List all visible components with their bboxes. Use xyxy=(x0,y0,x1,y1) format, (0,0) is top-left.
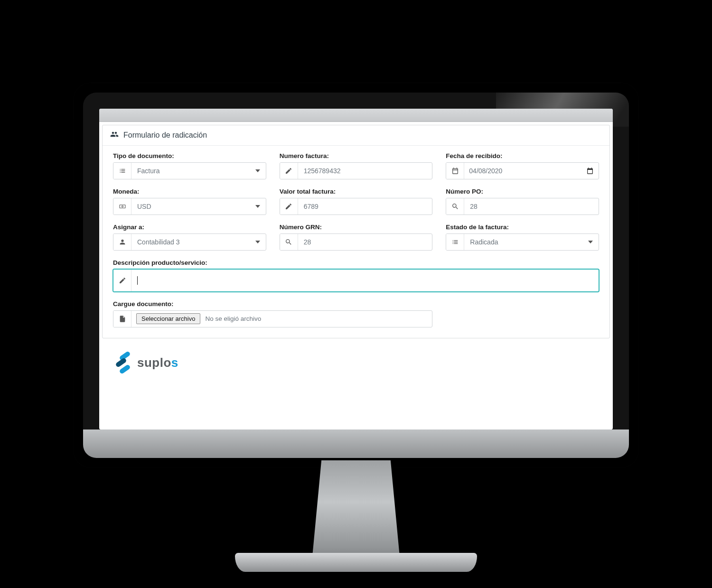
numero-factura-input[interactable] xyxy=(298,163,432,179)
text-cursor xyxy=(137,276,138,285)
calendar-picker-icon xyxy=(586,167,594,175)
field-moneda: Moneda: USD xyxy=(113,188,266,215)
fecha-recibido-value: 04/08/2020 xyxy=(469,167,502,175)
field-tipo-documento: Tipo de documento: Factura xyxy=(113,152,266,179)
list-icon xyxy=(113,163,131,179)
estado-factura-select[interactable]: Radicada xyxy=(464,234,599,250)
panel-title: Formulario de radicación xyxy=(123,131,207,140)
users-icon xyxy=(110,130,119,140)
monitor-frame: Formulario de radicación Tipo de documen… xyxy=(83,93,629,458)
browser-topbar xyxy=(99,109,613,122)
numero-grn-input[interactable] xyxy=(298,234,432,250)
label-tipo-documento: Tipo de documento: xyxy=(113,152,266,159)
calendar-icon xyxy=(446,163,464,179)
tipo-documento-select[interactable]: Factura xyxy=(131,163,266,179)
label-fecha-recibido: Fecha de recibido: xyxy=(446,152,599,159)
asignar-a-select[interactable]: Contabilidad 3 xyxy=(131,234,266,250)
pencil-icon xyxy=(113,270,131,291)
label-estado-factura: Estado de la factura: xyxy=(446,224,599,231)
moneda-select[interactable]: USD xyxy=(131,198,266,215)
svg-point-1 xyxy=(122,205,123,207)
numero-po-input[interactable] xyxy=(464,198,599,215)
label-valor-total: Valor total factura: xyxy=(280,188,433,195)
radicacion-panel: Formulario de radicación Tipo de documen… xyxy=(102,125,610,338)
label-asignar-a: Asignar a: xyxy=(113,224,266,231)
select-file-button[interactable]: Seleccionar archivo xyxy=(136,313,200,324)
panel-header: Formulario de radicación xyxy=(103,125,609,146)
brand-logo: suplos xyxy=(102,338,610,373)
field-estado-factura: Estado de la factura: Radicada xyxy=(446,224,599,251)
field-fecha-recibido: Fecha de recibido: 04/08/2020 xyxy=(446,152,599,179)
file-icon xyxy=(113,311,131,327)
search-icon xyxy=(446,198,464,215)
user-icon xyxy=(113,234,131,250)
field-cargue-documento: Cargue documento: Seleccionar archivo No… xyxy=(113,300,432,327)
fecha-recibido-input[interactable]: 04/08/2020 xyxy=(464,163,599,179)
pencil-icon xyxy=(280,163,298,179)
label-numero-po: Número PO: xyxy=(446,188,599,195)
valor-total-input[interactable] xyxy=(298,198,432,215)
svg-rect-0 xyxy=(120,205,125,208)
search-icon xyxy=(280,234,298,250)
field-numero-factura: Numero factura: xyxy=(280,152,433,179)
field-valor-total: Valor total factura: xyxy=(280,188,433,215)
screen: Formulario de radicación Tipo de documen… xyxy=(99,109,613,429)
label-numero-factura: Numero factura: xyxy=(280,152,433,159)
logo-text: suplos xyxy=(137,355,178,370)
field-descripcion: Descripción producto/servicio: xyxy=(113,259,599,292)
money-icon xyxy=(113,198,131,215)
descripcion-input[interactable] xyxy=(131,270,599,291)
label-cargue-documento: Cargue documento: xyxy=(113,300,432,308)
logo-mark xyxy=(116,353,132,373)
label-moneda: Moneda: xyxy=(113,188,266,195)
file-status-text: No se eligió archivo xyxy=(205,315,261,322)
label-descripcion: Descripción producto/servicio: xyxy=(113,259,599,266)
field-asignar-a: Asignar a: Contabilidad 3 xyxy=(113,224,266,251)
pencil-icon xyxy=(280,198,298,215)
field-numero-grn: Número GRN: xyxy=(280,224,433,251)
descripcion-input-group xyxy=(113,269,599,292)
list-icon xyxy=(446,234,464,250)
label-numero-grn: Número GRN: xyxy=(280,224,433,231)
field-numero-po: Número PO: xyxy=(446,188,599,215)
